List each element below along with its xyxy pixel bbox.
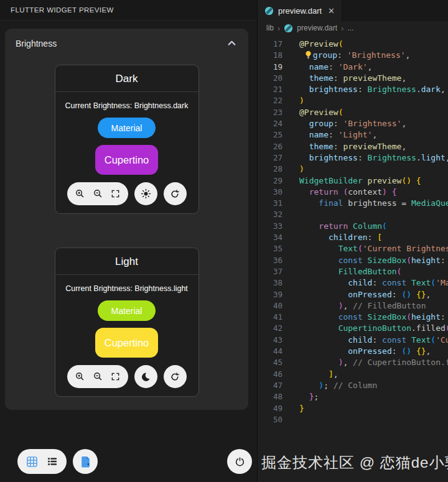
line-number: 41: [258, 312, 282, 323]
chevron-up-icon[interactable]: [226, 38, 237, 49]
line-number: 30: [258, 187, 282, 198]
zoom-in-icon[interactable]: [75, 371, 85, 382]
line-number: 37: [258, 266, 282, 277]
code-line: 20 theme: previewTheme,: [258, 73, 448, 84]
cupertino-button[interactable]: Cupertino: [95, 328, 159, 358]
material-button[interactable]: Material: [98, 300, 156, 321]
code-line: 36 const SizedBox(height: 10: [258, 255, 448, 266]
line-number: 18: [258, 50, 282, 61]
code-line: 44 onPressed: () {},: [258, 346, 448, 357]
file-filter-button[interactable]: [73, 449, 98, 474]
bulb-icon[interactable]: [304, 50, 312, 62]
preview-toolbar: [17, 449, 98, 474]
flutter-widget-preview-window: FLUTTER WIDGET PREVIEW Brightness DarkCu…: [0, 0, 448, 482]
refresh-button[interactable]: [164, 365, 187, 388]
line-number: 35: [258, 243, 282, 254]
line-number: 39: [258, 289, 282, 300]
code-line: 37 FilledButton(: [258, 266, 448, 277]
code-line: 48 };: [258, 391, 448, 402]
line-number: 22: [258, 95, 282, 106]
cupertino-button[interactable]: Cupertino: [95, 145, 159, 175]
close-icon[interactable]: ✕: [328, 6, 335, 16]
widget-preview-panel: FLUTTER WIDGET PREVIEW Brightness DarkCu…: [0, 0, 257, 482]
line-number: 45: [258, 357, 282, 368]
zoom-controls: [67, 182, 128, 205]
breadcrumb: lib › preview.dart › ...: [258, 21, 448, 35]
editor: preview.dart ✕ lib › preview.dart › ... …: [257, 0, 448, 482]
code-line: 32: [258, 209, 448, 220]
line-number: 19: [258, 62, 282, 73]
line-number: 32: [258, 209, 282, 220]
breadcrumb-item-symbol[interactable]: ...: [347, 24, 353, 32]
line-number: 47: [258, 380, 282, 391]
brightness-status: Current Brightness: Brightness.light: [55, 284, 198, 293]
line-number: 49: [258, 403, 282, 414]
zoom-out-icon[interactable]: [93, 371, 103, 382]
zoom-out-icon[interactable]: [93, 188, 103, 199]
list-icon[interactable]: [47, 456, 58, 467]
line-number: 44: [258, 346, 282, 357]
code-line: 17@Preview(: [258, 39, 448, 50]
breadcrumb-separator: ›: [341, 24, 343, 33]
code-line: 45 ), // CupertinoButton.fill: [258, 357, 448, 368]
code-line: 46 ],: [258, 369, 448, 380]
moon-icon: [141, 372, 151, 382]
code-line: 42 CupertinoButton.filled(: [258, 323, 448, 334]
restart-button[interactable]: [227, 449, 252, 474]
theme-toggle-button[interactable]: [134, 182, 157, 205]
refresh-button[interactable]: [164, 182, 187, 205]
breadcrumb-item-file[interactable]: preview.dart: [297, 24, 337, 32]
restart-icon: [235, 457, 245, 467]
line-number: 28: [258, 164, 282, 175]
code-line: 39 onPressed: () {},: [258, 289, 448, 300]
sun-icon: [141, 188, 151, 199]
code-line: 19 name: 'Dark',: [258, 62, 448, 73]
code-line: 29WidgetBuilder preview() {: [258, 175, 448, 187]
code-line: 49}: [258, 403, 448, 414]
brightness-status: Current Brightness: Brightness.dark: [55, 101, 198, 110]
tab-preview-dart[interactable]: preview.dart ✕: [258, 0, 342, 21]
code-line: 33 return Column(: [258, 221, 448, 232]
dart-icon: [264, 6, 274, 16]
code-line: 18 group: 'Brightness',: [258, 50, 448, 61]
refresh-icon: [170, 189, 180, 199]
line-number: 38: [258, 277, 282, 289]
code-line: 23@Preview(: [258, 107, 448, 118]
tab-label: preview.dart: [278, 6, 322, 16]
code-line: 38 child: const Text('Material': [258, 277, 448, 289]
code-line: 22): [258, 95, 448, 106]
preview-card-dark: DarkCurrent Brightness: Brightness.darkM…: [55, 65, 199, 214]
fullscreen-icon[interactable]: [111, 372, 120, 381]
line-number: 31: [258, 198, 282, 209]
card-title: Dark: [55, 65, 198, 92]
theme-toggle-button[interactable]: [134, 365, 157, 388]
line-number: 17: [258, 39, 282, 50]
breadcrumb-item-lib[interactable]: lib: [266, 24, 274, 32]
grid-icon[interactable]: [26, 456, 38, 468]
layout-toggle: [17, 449, 67, 474]
zoom-in-icon[interactable]: [75, 188, 85, 199]
code-line: 31 final brightness = MediaQuery: [258, 198, 448, 209]
line-number: 46: [258, 369, 282, 380]
line-number: 26: [258, 141, 282, 152]
zoom-controls: [67, 365, 128, 388]
code-line: 35 Text('Current Brightness:: [258, 243, 448, 254]
section-title: Brightness: [16, 39, 57, 49]
line-number: 48: [258, 391, 282, 402]
code-area[interactable]: 17@Preview(18 group: 'Brightness',19 nam…: [258, 35, 448, 425]
line-number: 34: [258, 232, 282, 243]
file-icon: [80, 456, 91, 468]
line-number: 25: [258, 129, 282, 141]
code-line: 40 ), // FilledButton: [258, 300, 448, 312]
line-number: 29: [258, 175, 282, 187]
panel-title: FLUTTER WIDGET PREVIEW: [0, 0, 257, 21]
code-line: 41 const SizedBox(height: 10: [258, 312, 448, 323]
line-number: 50: [258, 414, 282, 425]
breadcrumb-separator: ›: [278, 24, 280, 33]
material-button[interactable]: Material: [98, 118, 156, 138]
tab-bar: preview.dart ✕: [258, 0, 448, 21]
fullscreen-icon[interactable]: [111, 189, 120, 198]
code-line: 25 name: 'Light',: [258, 129, 448, 141]
code-line: 26 theme: previewTheme,: [258, 141, 448, 152]
card-title: Light: [55, 248, 198, 275]
